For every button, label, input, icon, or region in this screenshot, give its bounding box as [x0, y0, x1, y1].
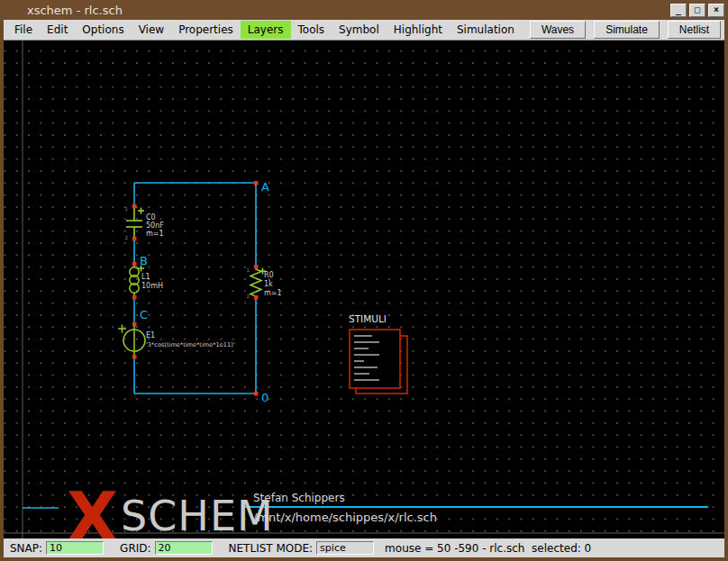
capacitor-pin1: 1	[125, 206, 129, 212]
resistor-value: 1k	[264, 280, 273, 288]
menu-layers[interactable]: Layers	[241, 21, 291, 39]
netlist-mode-label: NETLIST MODE:	[229, 542, 314, 555]
window-title: xschem - rlc.sch	[27, 4, 123, 17]
close-icon[interactable]: ×	[708, 4, 724, 17]
menu-simulation[interactable]: Simulation	[450, 21, 522, 39]
xschem-logo-text: SCHEM	[121, 495, 274, 537]
xschem-window: xschem - rlc.sch _ □ × File Edit Options…	[0, 0, 728, 561]
capacitor-symbol[interactable]: 1 2 C0 50nF m=1	[125, 206, 165, 240]
menu-view[interactable]: View	[132, 21, 171, 39]
grid-input[interactable]	[155, 541, 213, 555]
resistor-symbol[interactable]: 1 2 R0 1k m=1	[247, 267, 282, 299]
statusbar: SNAP: GRID: NETLIST MODE: mouse = 50 -59…	[4, 538, 724, 557]
titlebar[interactable]: xschem - rlc.sch _ □ ×	[0, 0, 728, 20]
mouse-status-text: mouse = 50 -590 - rlc.sch selected: 0	[385, 542, 591, 555]
netlist-button[interactable]: Netlist	[668, 21, 721, 39]
stimuli-front-sheet	[350, 330, 400, 388]
minimize-icon[interactable]: _	[670, 4, 687, 17]
simulate-button[interactable]: Simulate	[594, 21, 660, 39]
node-label-gnd[interactable]: 0	[261, 391, 268, 404]
snap-label: SNAP:	[10, 542, 42, 555]
maximize-icon[interactable]: □	[689, 4, 705, 17]
node-label-c[interactable]: C	[140, 308, 148, 321]
menu-highlight[interactable]: Highlight	[387, 21, 450, 39]
stimuli-launcher[interactable]: STIMULI	[349, 313, 407, 394]
menu-options[interactable]: Options	[75, 21, 131, 39]
menu-properties[interactable]: Properties	[171, 21, 241, 39]
inductor-value: 10mH	[141, 282, 163, 290]
inductor-symbol[interactable]: L1 10mH	[130, 264, 163, 297]
waves-button[interactable]: Waves	[530, 21, 586, 39]
source-ref: E1	[146, 331, 155, 339]
capacitor-ref: C0	[146, 213, 156, 222]
author-text: Stefan Schippers	[253, 492, 345, 504]
node-labels: A B C 0	[140, 180, 269, 404]
resistor-ref: R0	[264, 271, 274, 279]
schematic-filepath: /mnt/x/home/schippes/x/rlc.sch	[253, 511, 437, 524]
capacitor-pin2: 2	[125, 235, 129, 240]
menu-tools[interactable]: Tools	[291, 21, 332, 39]
stimuli-label: STIMULI	[349, 313, 387, 324]
menubar: File Edit Options View Properties Layers…	[4, 20, 724, 41]
resistor-mult: m=1	[264, 289, 282, 297]
inductor-ref: L1	[141, 273, 150, 281]
source-value: '3*cos(time*time*time*1e11)'	[146, 341, 235, 348]
capacitor-value: 50nF	[146, 222, 164, 230]
menu-file[interactable]: File	[7, 21, 40, 39]
schematic-canvas[interactable]: A B C 0 1 2 C0 50nF m=1	[4, 41, 724, 538]
capacitor-mult: m=1	[146, 230, 164, 238]
resistor-pin2: 2	[247, 294, 250, 299]
canvas-axes	[4, 41, 724, 538]
netlist-mode-input[interactable]	[316, 541, 374, 555]
menu-edit[interactable]: Edit	[40, 21, 75, 39]
snap-input[interactable]	[46, 541, 104, 555]
grid-label: GRID:	[120, 542, 150, 555]
xschem-logo-x: X	[67, 484, 118, 538]
voltage-source-symbol[interactable]: E1 '3*cos(time*time*time*1e11)'	[118, 324, 235, 357]
node-label-a[interactable]: A	[261, 180, 269, 194]
resistor-pin1: 1	[247, 267, 250, 273]
menu-symbol[interactable]: Symbol	[332, 21, 387, 39]
